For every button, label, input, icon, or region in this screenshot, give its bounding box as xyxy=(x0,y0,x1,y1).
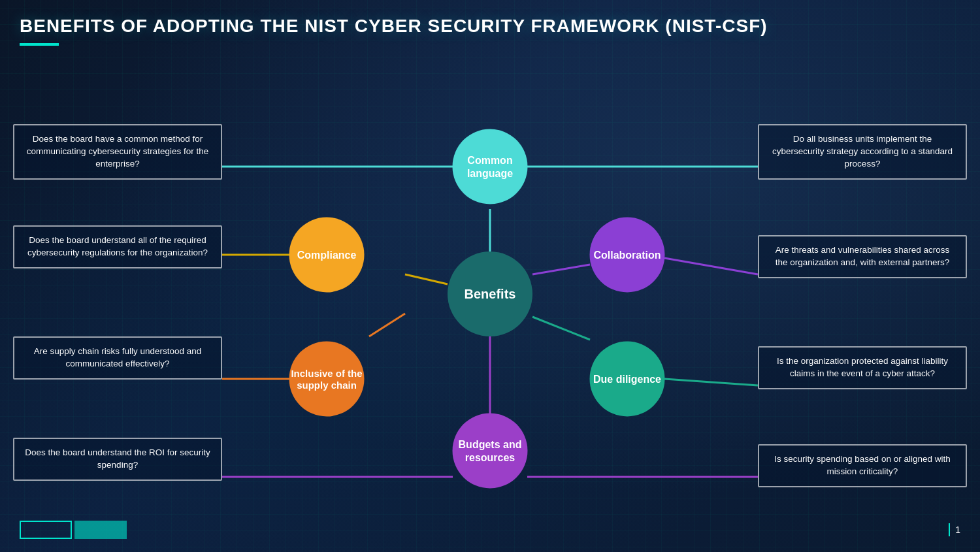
right-box-2: Are threats and vulnerabilities shared a… xyxy=(758,235,967,278)
right-box-4: Is security spending based on or aligned… xyxy=(758,444,967,487)
circle-common-language: Common language xyxy=(453,129,528,204)
right-box-1: Do all business units implement the cybe… xyxy=(758,124,967,180)
footer-rect-1 xyxy=(20,521,72,539)
svg-line-6 xyxy=(664,258,758,274)
svg-line-3 xyxy=(405,274,448,284)
diagram-area: Benefits Common language Compliance Coll… xyxy=(0,52,980,523)
left-box-3: Are supply chain risks fully understood … xyxy=(13,336,222,380)
circle-compliance: Compliance xyxy=(289,218,365,293)
svg-line-7 xyxy=(369,314,405,336)
page-title: BENEFITS OF ADOPTING THE NIST CYBER SECU… xyxy=(0,0,980,43)
svg-line-5 xyxy=(532,265,590,274)
page-divider xyxy=(949,523,950,536)
left-box-4: Does the board understand the ROI for se… xyxy=(13,438,222,481)
footer-rect-2 xyxy=(74,521,127,539)
svg-line-9 xyxy=(532,317,590,340)
left-box-1: Does the board have a common method for … xyxy=(13,124,222,180)
circle-budgets: Budgets and resources xyxy=(453,414,528,489)
page-number: 1 xyxy=(949,523,960,536)
footer xyxy=(20,521,129,539)
svg-line-10 xyxy=(664,379,758,385)
title-underline xyxy=(20,43,59,46)
main-content: BENEFITS OF ADOPTING THE NIST CYBER SECU… xyxy=(0,0,980,552)
circle-inclusive: Inclusive of the supply chain xyxy=(289,342,365,417)
right-box-3: Is the organization protected against li… xyxy=(758,346,967,389)
left-box-2: Does the board understand all of the req… xyxy=(13,225,222,268)
circle-benefits: Benefits xyxy=(448,252,532,336)
circle-collaboration: Collaboration xyxy=(590,218,665,293)
circle-due-diligence: Due diligence xyxy=(590,342,665,417)
